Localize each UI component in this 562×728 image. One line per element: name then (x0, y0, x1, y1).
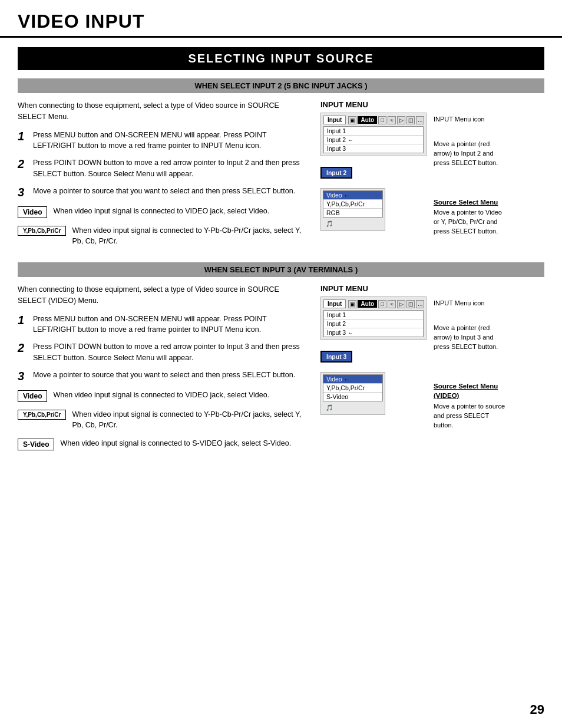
subsection-1-steps: 1 Press MENU button and ON-SCREEN MENU w… (18, 130, 306, 199)
badge-row-ypb-2: Y,Pb,Cb,Pr/Cr When video input signal is… (18, 409, 306, 431)
icon1: □ (378, 116, 386, 124)
subsection-1: WHEN SELECT INPUT 2 (5 BNC INPUT JACKS )… (18, 78, 544, 249)
badge-ypb-2: Y,Pb,Cb,Pr/Cr (18, 410, 66, 420)
annot-source-label-2: Source Select Menu (VIDEO) (434, 381, 509, 401)
source-rows-2: Video ← Y,Pb,Cb,Pr/Cr S-Video (323, 374, 383, 401)
step-text-2-2: Press POINT DOWN button to move a red ar… (33, 341, 306, 364)
icon2-5: … (416, 300, 424, 308)
icon2-2: ≈ (388, 300, 396, 308)
subsection-2-steps: 1 Press MENU button and ON-SCREEN MENU w… (18, 314, 306, 383)
monitor-icon-2: ▣ (348, 300, 356, 308)
icon4: ◫ (406, 116, 415, 124)
step-item-2-3: 3 Move a pointer to source that you want… (18, 370, 306, 383)
page-header: VIDEO INPUT (0, 0, 562, 38)
menus-column-1: Input ▣ Auto □ ≈ ▷ ◫ … (320, 113, 427, 242)
source-icon-1: 🎵 (326, 220, 333, 227)
source-menu-box-1: Video ← Y,Pb,Cb,Pr/Cr RGB 🎵 (320, 188, 385, 231)
step-number-1: 1 (18, 130, 28, 152)
subsection-1-header: WHEN SELECT INPUT 2 (5 BNC INPUT JACKS ) (18, 78, 544, 93)
badge-text-ypb-1: When video input signal is connected to … (72, 225, 306, 248)
step-number-2-2: 2 (18, 341, 28, 364)
input-topbar-2: Input ▣ Auto □ ≈ ▷ ◫ … (323, 299, 424, 308)
annot-text-move-2: Move a pointer (red arrow) to Input 3 an… (434, 324, 498, 350)
badge-row-ypb-1: Y,Pb,Cb,Pr/Cr When video input signal is… (18, 225, 306, 248)
input-icons-2: ▣ Auto □ ≈ ▷ ◫ … (348, 300, 424, 308)
page-title: VIDEO INPUT (18, 11, 144, 32)
badge-text-video-1: When video input signal is connected to … (53, 206, 269, 217)
icon2-1: □ (378, 300, 386, 308)
input-row-2: Input 2 ← (324, 136, 423, 144)
badge-svideo-2: S-Video (18, 439, 54, 450)
badge-row-svideo-2: S-Video When video input signal is conne… (18, 438, 306, 450)
badge-row-video-1: Video When video input signal is connect… (18, 206, 306, 218)
subsection-2-header: WHEN SELECT INPUT 3 (AV TERMINALS ) (18, 262, 544, 277)
step-text-2: Press POINT DOWN button to move a red ar… (33, 157, 306, 180)
badge-text-video-2: When video input signal is connected to … (53, 390, 269, 401)
auto-box-1: Auto (358, 116, 377, 124)
step-text-3: Move a pointer to source that you want t… (33, 186, 295, 199)
annotations-column-2: INPUT Menu icon Move a pointer (red arro… (434, 297, 509, 436)
annotations-column-1: INPUT Menu icon Move a pointer (red arro… (434, 113, 509, 242)
highlight-box-wrapper-2: Input 3 (320, 348, 427, 365)
subsection-2: WHEN SELECT INPUT 3 (AV TERMINALS ) When… (18, 262, 544, 453)
source-row-video-1: Video ← (323, 191, 382, 200)
icon2: ≈ (388, 116, 396, 124)
annot-text-source-2: Move a pointer to source and press SELEC… (434, 403, 505, 429)
input-row-2-2: Input 2 (324, 319, 423, 328)
auto-box-2: Auto (358, 300, 377, 308)
source-icon-2: 🎵 (326, 404, 333, 411)
input-topbar-1: Input ▣ Auto □ ≈ ▷ ◫ … (323, 116, 424, 124)
source-icon-row-1: 🎵 (323, 218, 383, 229)
subsection-2-diagram: INPUT MENU Input ▣ Auto □ ≈ (320, 284, 509, 453)
source-row-ypb-2: Y,Pb,Cb,Pr/Cr (323, 384, 382, 393)
annot-source-select-1: Source Select Menu Move a pointer to Vid… (434, 197, 509, 236)
step-number-2-1: 1 (18, 314, 28, 336)
step-text-2-3: Move a pointer to source that you want t… (33, 370, 295, 383)
highlight-box-wrapper-1: Input 2 (320, 164, 427, 181)
diagram-2-section: Input ▣ Auto □ ≈ ▷ ◫ … (320, 297, 509, 436)
source-menu-box-2: Video ← Y,Pb,Cb,Pr/Cr S-Video 🎵 (320, 372, 385, 415)
badge-text-svideo-2: When video input signal is connected to … (60, 438, 291, 449)
input-label-1: Input (323, 116, 346, 124)
annot-input-menu-icon-1: INPUT Menu icon (434, 115, 509, 124)
badge-row-video-2: Video When video input signal is connect… (18, 390, 306, 402)
highlight-frame-2: Input 3 (320, 351, 352, 363)
input-rows-2: Input 1 Input 2 Input 3 ← (323, 310, 424, 337)
step-number-2: 2 (18, 157, 28, 180)
input-icons-1: ▣ Auto □ ≈ ▷ ◫ … (348, 116, 424, 124)
input-label-2: Input (323, 299, 346, 308)
annot-source-label-1: Source Select Menu (434, 197, 509, 207)
input-row-1: Input 1 (324, 127, 423, 136)
step-item: 3 Move a pointer to source that you want… (18, 186, 306, 199)
input-rows-1: Input 1 Input 2 ← Input 3 (323, 126, 424, 153)
input-row-2-1: Input 1 (324, 311, 423, 319)
icon5: … (416, 116, 424, 124)
badge-video-1: Video (18, 206, 47, 218)
monitor-icon: ▣ (348, 116, 356, 124)
annot-move-pointer-1: Move a pointer (red arrow) to Input 2 an… (434, 140, 509, 168)
subsection-2-left: When connecting to those equipment, sele… (18, 284, 306, 453)
subsection-1-content: When connecting to those equipment, sele… (18, 100, 544, 249)
subsection-2-intro: When connecting to those equipment, sele… (18, 284, 306, 307)
icon3: ▷ (397, 116, 405, 124)
input-row-3: Input 3 (324, 144, 423, 153)
diagram-1-label: INPUT MENU (320, 100, 509, 109)
icon2-3: ▷ (397, 300, 405, 308)
subsection-1-diagram: INPUT MENU Input ▣ Auto □ ≈ (320, 100, 509, 249)
input-menu-box-1: Input ▣ Auto □ ≈ ▷ ◫ … (320, 113, 427, 156)
step-item-2-1: 1 Press MENU button and ON-SCREEN MENU w… (18, 314, 306, 336)
step-text-2-1: Press MENU button and ON-SCREEN MENU wil… (33, 314, 306, 336)
annot-label-input-icon-2: INPUT Menu icon (434, 299, 485, 307)
badge-text-ypb-2: When video input signal is connected to … (72, 409, 306, 431)
annot-input-menu-icon-2: INPUT Menu icon (434, 299, 509, 308)
main-content: SELECTING INPUT SOURCE WHEN SELECT INPUT… (0, 38, 562, 477)
step-number-2-3: 3 (18, 370, 28, 383)
source-rows-1: Video ← Y,Pb,Cb,Pr/Cr RGB (323, 190, 383, 218)
input-row-2-3: Input 3 ← (324, 328, 423, 337)
step-item-2-2: 2 Press POINT DOWN button to move a red … (18, 341, 306, 364)
icon2-4: ◫ (406, 300, 415, 308)
page-number: 29 (530, 702, 544, 717)
menus-column-2: Input ▣ Auto □ ≈ ▷ ◫ … (320, 297, 427, 436)
step-text-1: Press MENU button and ON-SCREEN MENU wil… (33, 130, 306, 152)
diagram-2-label: INPUT MENU (320, 284, 509, 293)
